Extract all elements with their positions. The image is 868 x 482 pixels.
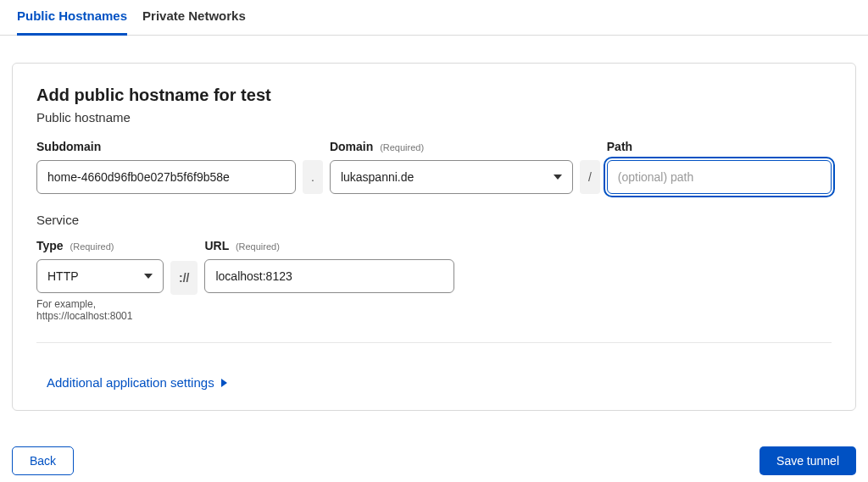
type-label-text: Type <box>36 239 64 252</box>
panel-subheading: Public hostname <box>36 110 832 125</box>
tab-bar: Public Hostnames Private Networks <box>0 0 868 36</box>
slash-separator: / <box>580 160 600 194</box>
url-label-text: URL <box>204 239 229 252</box>
panel-heading: Add public hostname for test <box>36 86 832 105</box>
additional-settings-label: Additional application settings <box>47 375 214 390</box>
divider <box>36 342 832 343</box>
service-row: Type (Required) HTTP For example, https:… <box>36 239 832 322</box>
domain-selected-value: lukaspanni.de <box>341 170 414 184</box>
domain-required-tag: (Required) <box>380 142 424 152</box>
subdomain-label: Subdomain <box>36 140 296 153</box>
url-input[interactable] <box>204 259 454 293</box>
chevron-down-icon <box>554 175 562 180</box>
service-hint: For example, https://localhost:8001 <box>36 298 164 322</box>
chevron-right-icon <box>221 379 227 387</box>
domain-select[interactable]: lukaspanni.de <box>330 160 573 194</box>
path-input[interactable] <box>607 160 832 194</box>
hostname-row: Subdomain . Domain (Required) lukaspanni… <box>36 140 832 194</box>
hostname-panel: Add public hostname for test Public host… <box>12 63 856 411</box>
additional-settings-toggle[interactable]: Additional application settings <box>47 375 832 390</box>
domain-label: Domain (Required) <box>330 140 573 153</box>
protocol-separator: :// <box>170 261 198 295</box>
tab-private-networks[interactable]: Private Networks <box>142 0 246 36</box>
service-heading: Service <box>36 213 832 227</box>
chevron-down-icon <box>144 274 153 279</box>
footer-bar: Back Save tunnel <box>0 411 868 482</box>
domain-label-text: Domain <box>330 140 373 153</box>
type-selected-value: HTTP <box>47 269 79 283</box>
url-label: URL (Required) <box>204 239 454 252</box>
type-label: Type (Required) <box>36 239 164 252</box>
dot-separator: . <box>303 160 323 194</box>
type-select[interactable]: HTTP <box>36 259 164 293</box>
url-required-tag: (Required) <box>236 241 280 252</box>
subdomain-input[interactable] <box>36 160 296 194</box>
back-button[interactable]: Back <box>12 446 74 475</box>
tab-public-hostnames[interactable]: Public Hostnames <box>17 0 127 36</box>
save-tunnel-button[interactable]: Save tunnel <box>760 446 856 475</box>
path-label: Path <box>607 140 832 153</box>
type-required-tag: (Required) <box>70 241 114 252</box>
